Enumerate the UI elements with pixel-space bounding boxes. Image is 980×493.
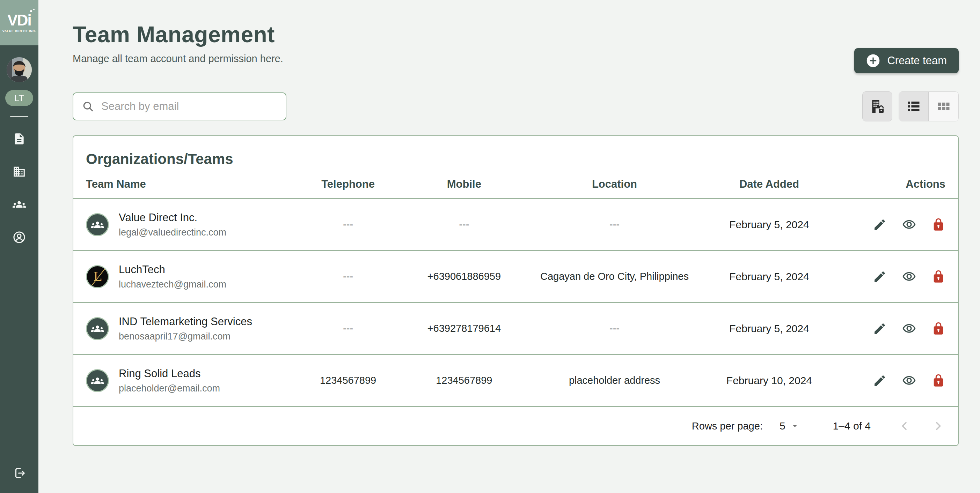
- date-added-value: February 5, 2024: [705, 271, 834, 283]
- column-header-actions: Actions: [834, 178, 945, 190]
- next-page-button[interactable]: [931, 419, 945, 433]
- location-value: Cagayan de Oro City, Philippines: [524, 271, 705, 282]
- telephone-value: ---: [292, 271, 404, 282]
- account-icon[interactable]: [13, 231, 26, 244]
- team-name: LuchTech: [119, 263, 226, 276]
- edit-icon[interactable]: [873, 322, 887, 336]
- logo-text: VDi: [7, 13, 31, 28]
- edit-icon[interactable]: [873, 270, 887, 284]
- date-added-value: February 5, 2024: [705, 323, 834, 334]
- row-actions: [834, 270, 945, 284]
- telephone-value: ---: [292, 219, 404, 230]
- team-name: Value Direct Inc.: [119, 211, 226, 224]
- team-identity: LuchTech luchaveztech@gmail.com: [119, 263, 226, 290]
- create-team-button[interactable]: Create team: [854, 48, 959, 73]
- column-header-telephone: Telephone: [292, 178, 404, 190]
- teams-table-card: Organizations/Teams Team Name Telephone …: [73, 135, 959, 446]
- column-header-team-name: Team Name: [86, 178, 292, 190]
- chevron-right-icon: [931, 419, 945, 433]
- list-view-icon: [906, 99, 921, 114]
- team-cell: L LuchTech luchaveztech@gmail.com: [86, 263, 292, 290]
- rows-per-page-select[interactable]: 5: [780, 420, 799, 432]
- company-icon[interactable]: [13, 165, 26, 178]
- list-view-button[interactable]: [899, 92, 929, 121]
- chevron-down-icon: [791, 422, 799, 431]
- rows-per-page-value: 5: [780, 420, 786, 432]
- chevron-left-icon: [898, 419, 911, 433]
- row-actions: [834, 374, 945, 388]
- table-row: IND Telemarketing Services benosaapril17…: [73, 303, 958, 355]
- mobile-value: 1234567899: [404, 375, 525, 386]
- logo-dots-decoration: [30, 10, 35, 12]
- team-name: IND Telemarketing Services: [119, 315, 252, 328]
- previous-page-button[interactable]: [898, 419, 911, 433]
- search-box: [73, 92, 286, 120]
- lock-icon[interactable]: [931, 270, 945, 284]
- mobile-value: +639061886959: [404, 271, 525, 282]
- team-cell: Value Direct Inc. legal@valuedirectinc.c…: [86, 211, 292, 238]
- row-actions: [834, 322, 945, 336]
- team-name: Ring Solid Leads: [119, 368, 220, 380]
- lock-icon[interactable]: [931, 322, 945, 336]
- telephone-value: ---: [292, 323, 404, 334]
- view-icon[interactable]: [902, 322, 916, 336]
- team-identity: Value Direct Inc. legal@valuedirectinc.c…: [119, 211, 226, 238]
- building-lock-icon: [870, 99, 885, 114]
- user-initials-badge: LT: [5, 90, 33, 106]
- lock-icon[interactable]: [931, 218, 945, 231]
- lock-icon[interactable]: [931, 374, 945, 388]
- user-avatar-photo: [6, 57, 32, 82]
- page-header: Team Management Manage all team account …: [73, 22, 959, 73]
- table-header-row: Team Name Telephone Mobile Location Date…: [73, 178, 958, 199]
- search-icon: [82, 100, 94, 113]
- table-row: L LuchTech luchaveztech@gmail.com --- +6…: [73, 251, 958, 303]
- team-email: benosaapril17@gmail.com: [119, 331, 252, 342]
- table-title: Organizations/Teams: [73, 136, 958, 178]
- user-avatar[interactable]: [6, 57, 32, 82]
- edit-icon[interactable]: [873, 374, 887, 388]
- building-lock-view-button[interactable]: [862, 91, 892, 121]
- view-icon[interactable]: [902, 270, 916, 284]
- controls-row: [73, 91, 959, 121]
- table-footer: Rows per page: 5 1–4 of 4: [73, 407, 958, 445]
- view-icon[interactable]: [902, 374, 916, 388]
- view-icon[interactable]: [902, 218, 916, 231]
- create-team-label: Create team: [887, 54, 947, 67]
- date-added-value: February 10, 2024: [705, 375, 834, 387]
- grid-view-icon: [936, 99, 951, 114]
- main-content: Team Management Manage all team account …: [38, 0, 980, 493]
- team-avatar: [86, 369, 109, 392]
- edit-icon[interactable]: [873, 218, 887, 231]
- sidebar-divider: [10, 116, 28, 117]
- logo-title-text: VDi: [7, 11, 31, 29]
- table-row: Ring Solid Leads placeholder@email.com 1…: [73, 355, 958, 407]
- logo-subtitle-text: VALUE DIRECT INC.: [2, 29, 36, 33]
- search-input[interactable]: [101, 100, 277, 113]
- location-value: ---: [524, 219, 705, 230]
- teams-icon[interactable]: [13, 198, 26, 211]
- team-cell: IND Telemarketing Services benosaapril17…: [86, 315, 292, 342]
- title-block: Team Management Manage all team account …: [73, 22, 283, 65]
- document-icon[interactable]: [13, 132, 26, 146]
- plus-icon: [866, 54, 880, 68]
- rows-per-page-label: Rows per page:: [692, 420, 763, 432]
- group-icon: [91, 374, 104, 387]
- page-title: Team Management: [73, 22, 283, 48]
- logout-icon[interactable]: [13, 466, 26, 480]
- location-value: placeholder address: [524, 375, 705, 386]
- pager: [898, 419, 945, 433]
- view-controls: [862, 91, 959, 121]
- column-header-location: Location: [524, 178, 705, 190]
- team-cell: Ring Solid Leads placeholder@email.com: [86, 368, 292, 394]
- sidebar-nav: [13, 132, 26, 244]
- mobile-value: ---: [404, 219, 525, 230]
- page-subtitle: Manage all team account and permission h…: [73, 53, 283, 65]
- group-icon: [91, 219, 104, 231]
- app-logo: VDi VALUE DIRECT INC.: [0, 0, 38, 45]
- team-identity: IND Telemarketing Services benosaapril17…: [119, 315, 252, 342]
- team-email: placeholder@email.com: [119, 383, 220, 394]
- column-header-date-added: Date Added: [705, 178, 834, 190]
- telephone-value: 1234567899: [292, 375, 404, 386]
- group-icon: [91, 322, 104, 335]
- grid-view-button[interactable]: [929, 92, 958, 121]
